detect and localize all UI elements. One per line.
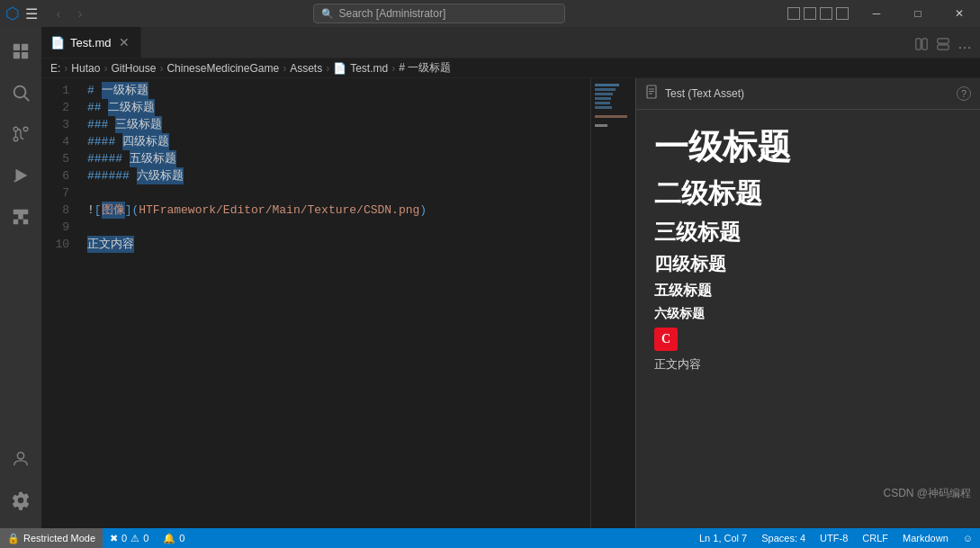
- code-lines[interactable]: # 一级标题 ## 二级标题 ###: [82, 78, 590, 528]
- preview-help-icon[interactable]: ?: [957, 86, 971, 101]
- breadcrumb-githouse[interactable]: GitHouse: [111, 62, 156, 75]
- h3-text: 三级标题: [115, 116, 162, 133]
- tab-actions: …: [912, 34, 980, 58]
- layout-icon-1[interactable]: [787, 7, 800, 20]
- menu-hamburger-icon[interactable]: ☰: [25, 5, 38, 22]
- hash-5: #####: [87, 150, 122, 167]
- activity-item-source-control[interactable]: [0, 113, 41, 155]
- more-actions-button[interactable]: …: [955, 34, 975, 54]
- line-num-4: 4: [50, 133, 69, 150]
- hash-1: #: [87, 82, 94, 99]
- status-position[interactable]: Ln 1, Col 7: [692, 528, 754, 548]
- activity-bar: [0, 27, 41, 528]
- main-layout: 📄 Test.md ✕ … E: › Hutao › GitHouse ›: [0, 27, 980, 528]
- restricted-mode-button[interactable]: 🔒 Restricted Mode: [0, 528, 103, 548]
- layout-icons: [780, 7, 856, 20]
- code-line-4: #### 四级标题: [82, 133, 590, 150]
- line-num-5: 5: [50, 150, 69, 167]
- title-nav: ‹ ›: [41, 4, 97, 23]
- warning-icon: ⚠: [130, 533, 139, 544]
- svg-point-8: [13, 137, 18, 141]
- editor-content[interactable]: 1 2 3 4 5 6 7 8 9 10: [41, 78, 635, 528]
- img-paren-open: (: [131, 202, 139, 219]
- breadcrumb-game[interactable]: ChineseMedicineGame: [166, 62, 279, 75]
- tab-close-icon[interactable]: ✕: [117, 33, 131, 51]
- activity-item-account[interactable]: [0, 438, 41, 480]
- layout-icon-2[interactable]: [804, 7, 816, 20]
- preview-file-icon: [645, 85, 660, 103]
- status-right: Ln 1, Col 7 Spaces: 4 UTF-8 CRLF Markdow…: [692, 528, 980, 548]
- img-url: HTFramework/Editor/Main/Texture/CSDN.png: [139, 202, 419, 219]
- breadcrumb-drive[interactable]: E:: [50, 62, 60, 75]
- breadcrumb-hutao[interactable]: Hutao: [71, 62, 100, 75]
- svg-rect-12: [922, 39, 927, 49]
- preview-h4: 四级标题: [654, 252, 962, 276]
- code-line-7: [82, 184, 590, 202]
- status-language[interactable]: Markdown: [895, 528, 956, 548]
- svg-rect-11: [916, 39, 921, 49]
- split-editor-down-button[interactable]: [933, 34, 953, 54]
- code-editor: 1 2 3 4 5 6 7 8 9 10: [41, 78, 635, 528]
- tab-test-md[interactable]: 📄 Test.md ✕: [41, 27, 141, 58]
- svg-rect-3: [22, 52, 28, 58]
- editor-split: 1 2 3 4 5 6 7 8 9 10: [41, 78, 980, 528]
- svg-rect-13: [938, 39, 949, 43]
- close-button[interactable]: ✕: [939, 0, 980, 27]
- img-alt-text: 图像: [102, 202, 125, 219]
- h4-text: 四级标题: [122, 133, 169, 150]
- forward-button[interactable]: ›: [70, 4, 90, 23]
- layout-icon-4[interactable]: [836, 7, 849, 20]
- status-line-ending[interactable]: CRLF: [855, 528, 895, 548]
- space-6: [130, 167, 137, 184]
- activity-item-extensions[interactable]: [0, 196, 41, 238]
- code-line-8: ! [ 图像 ] ( HTFramework/Editor/Main/Textu…: [82, 202, 590, 219]
- spaces-text: Spaces: 4: [761, 533, 805, 544]
- breadcrumb: E: › Hutao › GitHouse › ChineseMedicineG…: [41, 58, 980, 78]
- status-feedback[interactable]: ☺: [956, 528, 980, 548]
- layout-icon-3[interactable]: [820, 7, 832, 20]
- maximize-button[interactable]: □: [897, 0, 939, 27]
- preview-header: Test (Text Asset) ?: [636, 78, 980, 110]
- svg-rect-1: [22, 44, 28, 50]
- hash-6: ######: [87, 167, 130, 184]
- code-line-6: ###### 六级标题: [82, 167, 590, 184]
- breadcrumb-assets[interactable]: Assets: [290, 62, 322, 75]
- line-num-9: 9: [50, 219, 69, 236]
- search-placeholder: Search [Administrator]: [339, 7, 446, 20]
- status-errors[interactable]: ✖ 0 ⚠ 0: [103, 528, 156, 548]
- preview-h1: 一级标题: [654, 124, 962, 170]
- breadcrumb-filename[interactable]: Test.md: [350, 62, 388, 75]
- preview-title-area: Test (Text Asset): [645, 85, 744, 103]
- minimize-button[interactable]: ─: [856, 0, 897, 27]
- preview-body-text: 正文内容: [654, 356, 962, 373]
- title-bar-left: ⬡ ☰: [0, 4, 41, 23]
- status-info[interactable]: 🔔 0: [156, 528, 192, 548]
- editor-area: 📄 Test.md ✕ … E: › Hutao › GitHouse ›: [41, 27, 980, 528]
- line-num-10: 10: [50, 236, 69, 253]
- activity-item-search[interactable]: [0, 72, 41, 113]
- activity-item-explorer[interactable]: [0, 31, 41, 72]
- warning-count: 0: [143, 533, 148, 544]
- breadcrumb-section[interactable]: # 一级标题: [399, 60, 451, 76]
- error-icon: ✖: [110, 533, 118, 544]
- back-button[interactable]: ‹: [49, 4, 68, 23]
- status-left: 🔒 Restricted Mode ✖ 0 ⚠ 0 🔔 0: [0, 528, 192, 548]
- restricted-mode-icon: 🔒: [7, 533, 20, 544]
- preview-h6: 六级标题: [654, 306, 962, 322]
- svg-point-10: [17, 453, 23, 459]
- space-5: [122, 150, 130, 167]
- status-encoding[interactable]: UTF-8: [813, 528, 855, 548]
- preview-img-letter: C: [661, 332, 670, 346]
- search-box[interactable]: 🔍 Search [Administrator]: [313, 4, 565, 23]
- title-bar: ⬡ ☰ ‹ › 🔍 Search [Administrator] ─ □ ✕: [0, 0, 980, 27]
- search-icon: 🔍: [321, 8, 334, 20]
- space-4: [115, 133, 122, 150]
- activity-item-run-debug[interactable]: [0, 155, 41, 196]
- svg-point-6: [13, 127, 18, 131]
- split-editor-right-button[interactable]: [912, 34, 931, 54]
- h6-text: 六级标题: [137, 167, 184, 184]
- activity-item-settings[interactable]: [0, 480, 41, 521]
- hash-3: ###: [87, 116, 108, 133]
- status-spaces[interactable]: Spaces: 4: [754, 528, 813, 548]
- svg-rect-0: [13, 44, 20, 50]
